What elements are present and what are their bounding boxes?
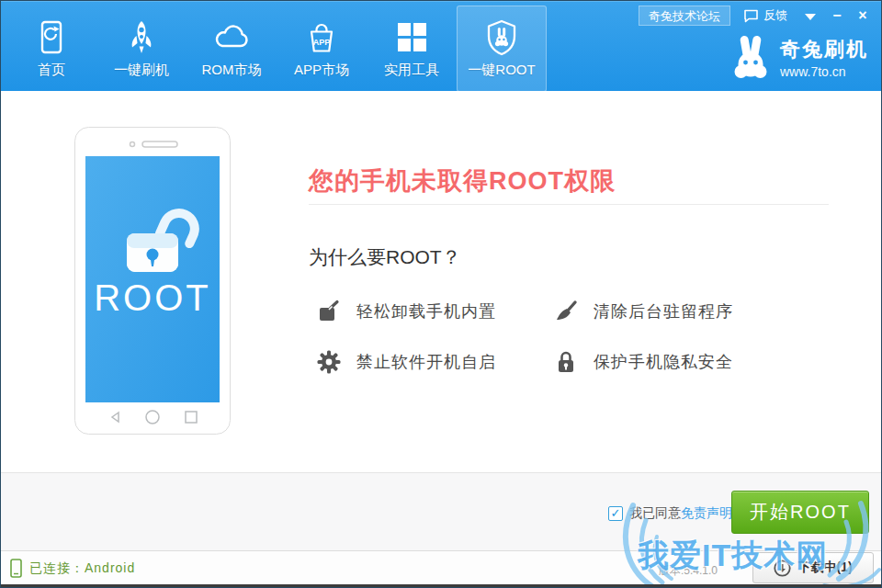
start-root-button[interactable]: 开始ROOT bbox=[731, 491, 869, 534]
brand-name: 奇兔刷机 bbox=[780, 36, 868, 63]
app-bag-text: APP bbox=[313, 38, 331, 47]
feature-label: 轻松卸载手机内置 bbox=[356, 300, 496, 322]
title-divider bbox=[309, 204, 829, 205]
feature-privacy: 保护手机隐私安全 bbox=[553, 347, 733, 377]
brush-icon bbox=[553, 300, 579, 323]
header-bar: 首页 一键刷机 ROM市场 APP APP市场 bbox=[1, 1, 881, 91]
lock-icon bbox=[553, 350, 579, 374]
feature-autostart: 禁止软件开机自启 bbox=[316, 347, 496, 377]
why-root-heading: 为什么要ROOT？ bbox=[309, 244, 461, 270]
nav-label: ROM市场 bbox=[202, 62, 262, 79]
download-manager-button[interactable]: 下载中(1) bbox=[752, 552, 874, 583]
app-window: 首页 一键刷机 ROM市场 APP APP市场 bbox=[0, 0, 882, 588]
connected-phone-icon bbox=[10, 559, 22, 578]
app-bag-icon: APP bbox=[303, 17, 340, 58]
main-nav: 首页 一键刷机 ROM市场 APP APP市场 bbox=[6, 2, 547, 92]
feature-label: 禁止软件开机自启 bbox=[356, 351, 496, 373]
nav-item-root[interactable]: 一键ROOT bbox=[457, 6, 547, 92]
minimize-button[interactable]: − bbox=[824, 6, 850, 26]
window-bottom-edge bbox=[1, 584, 881, 587]
chevron-down-icon bbox=[805, 14, 816, 20]
speech-bubble-icon bbox=[743, 9, 759, 23]
nav-item-rom-market[interactable]: ROM市场 bbox=[187, 6, 277, 88]
cloud-icon bbox=[211, 17, 252, 58]
agree-checkbox[interactable]: ✓ bbox=[608, 506, 623, 521]
close-button[interactable]: × bbox=[850, 6, 876, 26]
agree-row: ✓ 我已同意 免责声明 bbox=[608, 505, 732, 522]
footer-action-bar: ✓ 我已同意 免责声明 开始ROOT bbox=[1, 472, 881, 550]
page-title: 您的手机未取得ROOT权限 bbox=[309, 164, 616, 198]
connection-status: 已连接：Android bbox=[10, 559, 135, 578]
feature-clean: 清除后台驻留程序 bbox=[553, 297, 733, 326]
status-bar: 已连接：Android 版本:5.4.1.0 bbox=[1, 550, 881, 586]
feature-label: 保护手机隐私安全 bbox=[594, 351, 733, 373]
nav-item-flash[interactable]: 一键刷机 bbox=[96, 6, 187, 88]
download-icon bbox=[774, 560, 791, 577]
nav-label: 一键刷机 bbox=[114, 62, 169, 79]
connection-label: 已连接：Android bbox=[29, 560, 135, 577]
gear-icon bbox=[316, 350, 342, 374]
feature-uninstall: 轻松卸载手机内置 bbox=[316, 297, 496, 326]
feature-label: 清除后台驻留程序 bbox=[594, 300, 733, 322]
agree-label: 我已同意 bbox=[629, 505, 681, 522]
nav-label: APP市场 bbox=[294, 62, 349, 79]
rabbit-logo-icon bbox=[729, 35, 773, 79]
uninstall-box-icon bbox=[316, 300, 342, 323]
nav-item-home[interactable]: 首页 bbox=[6, 6, 96, 88]
shield-rabbit-icon bbox=[484, 17, 519, 58]
brand-logo: 奇兔刷机 www.7to.cn bbox=[729, 35, 868, 79]
home-phone-refresh-icon bbox=[34, 17, 69, 58]
dropdown-caret-button[interactable] bbox=[797, 7, 824, 24]
nav-item-app-market[interactable]: APP APP市场 bbox=[277, 6, 367, 88]
phone-illustration: ROOT bbox=[74, 127, 231, 438]
forum-button[interactable]: 奇兔技术论坛 bbox=[639, 6, 730, 26]
download-label: 下载中(1) bbox=[797, 560, 852, 576]
feedback-button[interactable]: 反馈 bbox=[743, 7, 787, 24]
header-controls: 奇兔技术论坛 反馈 − × bbox=[639, 5, 876, 27]
disclaimer-link[interactable]: 免责声明 bbox=[681, 505, 732, 522]
nav-item-tools[interactable]: 实用工具 bbox=[367, 6, 457, 88]
phone-screen-root-label: ROOT bbox=[94, 277, 211, 318]
brand-url: www.7to.cn bbox=[780, 64, 868, 79]
nav-label: 一键ROOT bbox=[468, 62, 535, 79]
feedback-label: 反馈 bbox=[763, 7, 787, 24]
nav-label: 实用工具 bbox=[384, 62, 439, 79]
brand-text: 奇兔刷机 www.7to.cn bbox=[780, 36, 868, 79]
grid-icon bbox=[395, 17, 428, 58]
main-content: ROOT 您的手机未取得ROOT权限 为什么要ROOT？ 轻松卸载手机内置 清除… bbox=[1, 91, 881, 472]
rocket-icon bbox=[124, 17, 159, 58]
nav-label: 首页 bbox=[38, 62, 65, 79]
version-label: 版本:5.4.1.0 bbox=[659, 563, 718, 579]
